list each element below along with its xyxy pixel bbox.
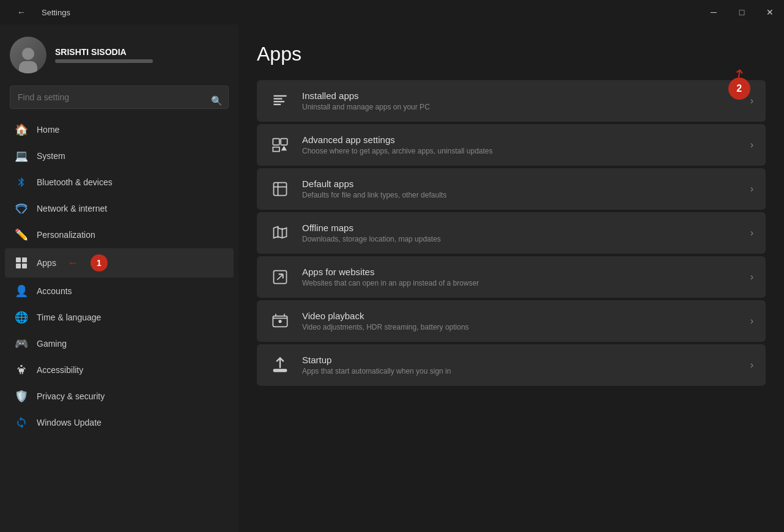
sidebar-item-gaming-label: Gaming bbox=[37, 339, 67, 349]
startup-title: Startup bbox=[302, 355, 739, 365]
accessibility-icon bbox=[15, 363, 28, 377]
video-playback-title: Video playback bbox=[302, 311, 739, 321]
svg-rect-3 bbox=[22, 264, 27, 268]
user-info: SRISHTI SISODIA bbox=[55, 47, 153, 63]
apps-for-websites-text: Apps for websites Websites that can open… bbox=[302, 267, 739, 287]
close-button[interactable]: ✕ bbox=[756, 0, 784, 24]
user-name: SRISHTI SISODIA bbox=[55, 47, 153, 57]
installed-apps-icon bbox=[269, 90, 291, 112]
home-icon: 🏠 bbox=[15, 123, 28, 136]
personalization-icon: ✏️ bbox=[15, 228, 28, 242]
back-button[interactable]: ← bbox=[7, 0, 35, 24]
svg-point-4 bbox=[20, 365, 22, 367]
user-bar bbox=[55, 59, 153, 63]
windows-update-icon bbox=[15, 416, 28, 429]
search-input[interactable] bbox=[10, 86, 229, 109]
apps-for-websites-title: Apps for websites bbox=[302, 267, 739, 277]
default-apps-item[interactable]: Default apps Defaults for file and link … bbox=[257, 168, 766, 210]
svg-rect-1 bbox=[22, 257, 27, 262]
titlebar-left: ← Settings bbox=[7, 0, 70, 24]
offline-maps-text: Offline maps Downloads, storage location… bbox=[302, 223, 739, 243]
svg-rect-5 bbox=[274, 95, 287, 97]
default-apps-text: Default apps Defaults for file and link … bbox=[302, 179, 739, 199]
svg-rect-10 bbox=[281, 139, 287, 146]
video-playback-icon bbox=[269, 310, 291, 332]
advanced-app-settings-desc: Choose where to get apps, archive apps, … bbox=[302, 147, 739, 155]
minimize-button[interactable]: ─ bbox=[700, 0, 728, 24]
user-profile[interactable]: SRISHTI SISODIA bbox=[0, 24, 239, 86]
offline-maps-icon bbox=[269, 222, 291, 244]
sidebar-item-gaming[interactable]: 🎮 Gaming bbox=[5, 331, 234, 357]
installed-apps-text: Installed apps Uninstall and manage apps… bbox=[302, 91, 728, 111]
svg-rect-9 bbox=[273, 139, 279, 146]
sidebar-item-apps[interactable]: Apps ← 1 bbox=[5, 248, 234, 278]
startup-desc: Apps that start automatically when you s… bbox=[302, 367, 739, 375]
startup-icon bbox=[269, 354, 291, 376]
default-apps-desc: Defaults for file and link types, other … bbox=[302, 191, 739, 199]
sidebar-item-windows-update-label: Windows Update bbox=[37, 418, 102, 427]
system-icon: 💻 bbox=[15, 149, 28, 163]
main-content: Apps Installed apps Uninstall and manage… bbox=[239, 24, 784, 532]
sidebar-item-time[interactable]: 🌐 Time & language bbox=[5, 305, 234, 330]
offline-maps-title: Offline maps bbox=[302, 223, 739, 233]
sidebar-item-accounts[interactable]: 👤 Accounts bbox=[5, 278, 234, 304]
advanced-app-settings-chevron: › bbox=[750, 139, 753, 150]
apps-icon bbox=[15, 256, 28, 270]
sidebar-item-bluetooth[interactable]: Bluetooth & devices bbox=[5, 169, 234, 195]
video-playback-desc: Video adjustments, HDR streaming, batter… bbox=[302, 323, 739, 331]
offline-maps-item[interactable]: Offline maps Downloads, storage location… bbox=[257, 212, 766, 254]
svg-rect-0 bbox=[16, 257, 21, 262]
titlebar: ← Settings ─ □ ✕ bbox=[0, 0, 784, 24]
default-apps-title: Default apps bbox=[302, 179, 739, 189]
accounts-icon: 👤 bbox=[15, 284, 28, 298]
video-playback-item[interactable]: Video playback Video adjustments, HDR st… bbox=[257, 300, 766, 342]
sidebar-item-time-label: Time & language bbox=[37, 312, 101, 322]
startup-item[interactable]: Startup Apps that start automatically wh… bbox=[257, 344, 766, 386]
sidebar-item-network[interactable]: Network & internet bbox=[5, 196, 234, 221]
installed-apps-chevron: › bbox=[750, 95, 753, 106]
apps-for-websites-item[interactable]: Apps for websites Websites that can open… bbox=[257, 256, 766, 298]
bluetooth-icon bbox=[15, 175, 28, 189]
svg-rect-15 bbox=[274, 369, 287, 372]
sidebar-item-system-label: System bbox=[37, 151, 65, 161]
search-icon: 🔍 bbox=[211, 95, 223, 106]
network-icon bbox=[15, 202, 28, 215]
sidebar-item-bluetooth-label: Bluetooth & devices bbox=[37, 177, 113, 187]
sidebar-item-windows-update[interactable]: Windows Update bbox=[5, 410, 234, 435]
video-playback-chevron: › bbox=[750, 316, 753, 327]
svg-rect-7 bbox=[274, 101, 285, 102]
sidebar-item-personalization-label: Personalization bbox=[37, 230, 95, 240]
svg-rect-11 bbox=[274, 183, 287, 196]
default-apps-chevron: › bbox=[750, 183, 753, 194]
nav-list: 🏠 Home 💻 System Bluetooth & devices N bbox=[0, 116, 239, 436]
apps-for-websites-desc: Websites that can open in an app instead… bbox=[302, 279, 739, 287]
installed-apps-item[interactable]: Installed apps Uninstall and manage apps… bbox=[257, 80, 766, 122]
svg-rect-6 bbox=[274, 98, 283, 99]
startup-text: Startup Apps that start automatically wh… bbox=[302, 355, 739, 375]
sidebar-item-network-label: Network & internet bbox=[37, 204, 107, 213]
sidebar-item-system[interactable]: 💻 System bbox=[5, 143, 234, 169]
app-body: SRISHTI SISODIA 🔍 🏠 Home 💻 System bbox=[0, 24, 784, 532]
sidebar-item-home-label: Home bbox=[37, 125, 59, 135]
sidebar-item-accessibility[interactable]: Accessibility bbox=[5, 357, 234, 383]
privacy-icon: 🛡️ bbox=[15, 390, 28, 403]
apps-for-websites-icon bbox=[269, 266, 291, 288]
gaming-icon: 🎮 bbox=[15, 337, 28, 350]
sidebar-item-personalization[interactable]: ✏️ Personalization bbox=[5, 222, 234, 248]
installed-apps-title: Installed apps bbox=[302, 91, 728, 101]
settings-list: Installed apps Uninstall and manage apps… bbox=[257, 80, 766, 386]
search-container: 🔍 bbox=[0, 86, 239, 116]
sidebar-item-home[interactable]: 🏠 Home bbox=[5, 117, 234, 142]
startup-chevron: › bbox=[750, 360, 753, 371]
offline-maps-chevron: › bbox=[750, 227, 753, 238]
svg-rect-8 bbox=[274, 104, 281, 105]
sidebar: SRISHTI SISODIA 🔍 🏠 Home 💻 System bbox=[0, 24, 239, 532]
offline-maps-desc: Downloads, storage location, map updates bbox=[302, 235, 739, 243]
annotation-1-arrow: ← bbox=[67, 257, 78, 270]
installed-apps-desc: Uninstall and manage apps on your PC bbox=[302, 103, 728, 111]
titlebar-controls: ─ □ ✕ bbox=[700, 0, 784, 24]
advanced-app-settings-item[interactable]: Advanced app settings Choose where to ge… bbox=[257, 124, 766, 166]
maximize-button[interactable]: □ bbox=[728, 0, 756, 24]
sidebar-item-privacy[interactable]: 🛡️ Privacy & security bbox=[5, 383, 234, 409]
sidebar-item-privacy-label: Privacy & security bbox=[37, 391, 105, 401]
